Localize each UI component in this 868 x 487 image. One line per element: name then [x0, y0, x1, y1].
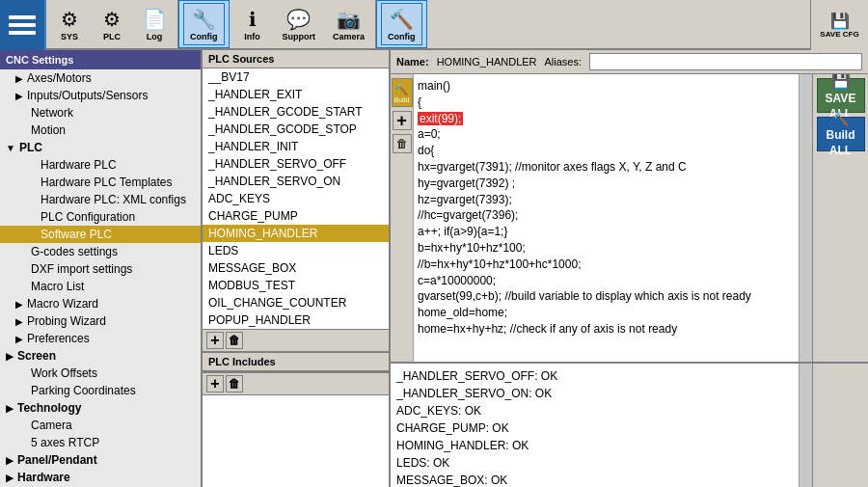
- build-all-button[interactable]: 🔨 Build ALL: [817, 117, 865, 151]
- sidebar-item-technology[interactable]: ▶Technology: [0, 399, 201, 417]
- sidebar-item-plc-configuration[interactable]: PLC Configuration: [0, 208, 201, 226]
- code-line-0: main(): [418, 78, 795, 95]
- save-cfg-button[interactable]: 💾 SAVE CFG: [810, 0, 868, 50]
- save-all-button[interactable]: 💾 SAVE ALL: [817, 78, 865, 113]
- includes-delete-button[interactable]: 🗑: [226, 375, 243, 392]
- code-line-10: //hc=gvarget(7396);: [418, 207, 795, 224]
- highlighted-code: exit(99);: [418, 112, 463, 125]
- config2-icon: 🔨: [390, 8, 414, 31]
- plc-item--handler-servo-off[interactable]: _HANDLER_SERVO_OFF: [203, 155, 389, 173]
- editor-action-col: 🔨 Build + 🗑: [391, 74, 414, 362]
- sidebar-item-axesmotors[interactable]: ▶Axes/Motors: [0, 69, 201, 87]
- plc-item-message-box[interactable]: MESSAGE_BOX: [203, 259, 389, 277]
- plc-item-oil-change-counter[interactable]: OIL_CHANGE_COUNTER: [203, 294, 389, 311]
- plc-item-leds[interactable]: LEDS: [203, 242, 389, 259]
- sys-tab[interactable]: ⚙ SYS: [50, 3, 89, 45]
- build-output-item: _HANDLER_SERVO_OFF: OK: [396, 367, 793, 385]
- log-icon: 📄: [143, 8, 167, 31]
- sidebar-item-5-axes-rtcp[interactable]: 5 axes RTCP: [0, 434, 201, 451]
- build-output-scrollbar[interactable]: [799, 364, 812, 487]
- config-icon: 🔧: [192, 8, 216, 31]
- plc-sources-list: __BV17_HANDLER_EXIT_HANDLER_GCODE_START_…: [203, 68, 389, 329]
- code-line-17: gvarset(99,c+b); //build variable to dis…: [418, 288, 795, 305]
- sidebar: CNC Settings ▶Axes/Motors▶Inputs/Outputs…: [0, 50, 203, 487]
- sidebar-item-hardware-plc[interactable]: Hardware PLC: [0, 156, 201, 174]
- middle-panel: PLC Sources __BV17_HANDLER_EXIT_HANDLER_…: [203, 50, 391, 487]
- build-output-content: _HANDLER_SERVO_OFF: OK_HANDLER_SERVO_ON:…: [391, 364, 799, 487]
- code-line-16: c=a*10000000;: [418, 273, 795, 289]
- menu-button[interactable]: [0, 0, 46, 50]
- toolbar: ⚙ SYS ⚙ PLC 📄 Log 🔧 Config ℹ Info 💬 Supp…: [0, 0, 868, 50]
- camera-icon: 📷: [337, 8, 361, 31]
- plc-item--handler-init[interactable]: _HANDLER_INIT: [203, 138, 389, 155]
- build-output-item: HOMING_HANDLER: OK: [396, 437, 793, 454]
- sidebar-item-inputsoutputssensors[interactable]: ▶Inputs/Outputs/Sensors: [0, 87, 201, 104]
- code-line-4: a=0;: [418, 126, 795, 143]
- sidebar-item-network[interactable]: Network: [0, 104, 201, 122]
- plc-add-button[interactable]: +: [206, 332, 224, 349]
- info-tab[interactable]: ℹ Info: [233, 3, 272, 45]
- support-icon: 💬: [286, 8, 311, 31]
- sidebar-item-hardware-plc-xml-configs[interactable]: Hardware PLC: XML configs: [0, 191, 201, 208]
- support-tab[interactable]: 💬 Support: [276, 3, 323, 45]
- sidebar-item-camera[interactable]: Camera: [0, 417, 201, 434]
- sidebar-item-dxf-import-settings[interactable]: DXF import settings: [0, 260, 201, 278]
- plc-item---bv17[interactable]: __BV17: [203, 68, 389, 86]
- toolbar-mid: ℹ Info 💬 Support 📷 Camera: [230, 0, 377, 48]
- code-line-7: hx=gvarget(7391); //monitor axes flags X…: [418, 159, 795, 176]
- config2-tab[interactable]: 🔨 Config: [381, 3, 422, 45]
- aliases-input[interactable]: [589, 53, 862, 70]
- config2-tab-group: 🔨 Config: [376, 0, 427, 48]
- config-tab[interactable]: 🔧 Config: [183, 3, 225, 45]
- plc-item-popup-handler[interactable]: POPUP_HANDLER: [203, 311, 389, 329]
- sidebar-item-parking-coordinates[interactable]: Parking Coordinates: [0, 382, 201, 399]
- right-panel: Name: HOMING_HANDLER Aliases: 🔨 Build + …: [391, 50, 868, 487]
- code-line-19: home_old=home;: [418, 305, 795, 321]
- plc-item-adc-keys[interactable]: ADC_KEYS: [203, 190, 389, 207]
- sidebar-item-macro-list[interactable]: Macro List: [0, 278, 201, 295]
- build-button[interactable]: 🔨 Build: [392, 78, 413, 107]
- code-delete-button[interactable]: 🗑: [393, 134, 412, 153]
- sidebar-item-hardware-plc-templates[interactable]: Hardware PLC Templates: [0, 174, 201, 191]
- plc-icon: ⚙: [103, 8, 121, 31]
- plc-item--handler-servo-on[interactable]: _HANDLER_SERVO_ON: [203, 173, 389, 190]
- code-add-button[interactable]: +: [393, 111, 412, 130]
- main-content: CNC Settings ▶Axes/Motors▶Inputs/Outputs…: [0, 50, 868, 487]
- plc-sources-header: PLC Sources: [203, 50, 389, 68]
- plc-item--handler-gcode-stop[interactable]: _HANDLER_GCODE_STOP: [203, 121, 389, 138]
- build-output-item: _HANDLER_SERVO_ON: OK: [396, 385, 793, 402]
- plc-item-charge-pump[interactable]: CHARGE_PUMP: [203, 207, 389, 225]
- plc-item-homing-handler[interactable]: HOMING_HANDLER: [203, 225, 389, 242]
- sidebar-item-macro-wizard[interactable]: ▶Macro Wizard: [0, 295, 201, 312]
- sidebar-item-work-offsets[interactable]: Work Offsets: [0, 365, 201, 382]
- log-tab[interactable]: 📄 Log: [135, 3, 174, 45]
- plc-item-modbus-test[interactable]: MODBUS_TEST: [203, 277, 389, 294]
- sidebar-item-software-plc[interactable]: Software PLC: [0, 226, 201, 243]
- plc-item--handler-gcode-start[interactable]: _HANDLER_GCODE_START: [203, 103, 389, 121]
- code-line-8: hy=gvarget(7392) ;: [418, 176, 795, 192]
- sidebar-item-plc[interactable]: ▼PLC: [0, 139, 201, 156]
- camera-tab[interactable]: 📷 Camera: [326, 3, 371, 45]
- sidebar-item-screen[interactable]: ▶Screen: [0, 347, 201, 365]
- build-icon: 🔨: [832, 111, 849, 126]
- code-line-20: home=hx+hy+hz; //check if any of axis is…: [418, 321, 795, 338]
- sidebar-item-motion[interactable]: Motion: [0, 122, 201, 139]
- plc-tab[interactable]: ⚙ PLC: [93, 3, 131, 45]
- sidebar-item-g-codes-settings[interactable]: G-codes settings: [0, 243, 201, 260]
- plc-delete-button[interactable]: 🗑: [226, 332, 243, 349]
- sidebar-item-probing-wizard[interactable]: ▶Probing Wizard: [0, 312, 201, 330]
- plc-item--handler-exit[interactable]: _HANDLER_EXIT: [203, 86, 389, 103]
- sidebar-items: ▶Axes/Motors▶Inputs/Outputs/SensorsNetwo…: [0, 69, 201, 487]
- editor-scrollbar[interactable]: [799, 74, 812, 362]
- sidebar-item-panelpendant[interactable]: ▶Panel/Pendant: [0, 451, 201, 469]
- code-line-12: a++; if(a>9){a=1;}: [418, 224, 795, 240]
- sidebar-item-preferences[interactable]: ▶Preferences: [0, 330, 201, 347]
- includes-add-button[interactable]: +: [206, 375, 224, 392]
- editor-area: 🔨 Build + 🗑 main(){exit(99);a=0;do{hx=gv…: [391, 74, 868, 362]
- sys-icon: ⚙: [61, 8, 78, 31]
- sidebar-header: CNC Settings: [0, 50, 201, 69]
- plc-includes-list: + 🗑: [203, 371, 389, 487]
- sidebar-item-hardware[interactable]: ▶Hardware: [0, 469, 201, 486]
- info-icon: ℹ: [249, 8, 257, 31]
- code-editor[interactable]: main(){exit(99);a=0;do{hx=gvarget(7391);…: [414, 74, 799, 362]
